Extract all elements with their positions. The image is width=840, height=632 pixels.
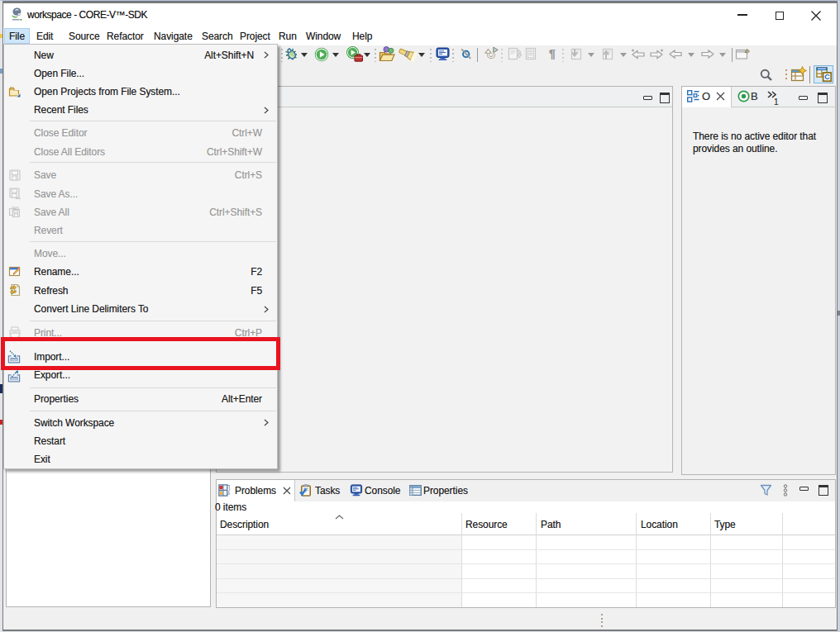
svg-text:C: C: [824, 73, 830, 81]
